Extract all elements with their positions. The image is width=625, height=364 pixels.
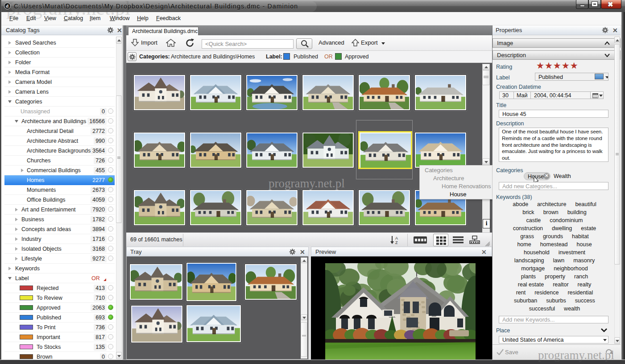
svg-text:Z: Z — [395, 240, 398, 245]
svg-text:A: A — [395, 236, 398, 240]
